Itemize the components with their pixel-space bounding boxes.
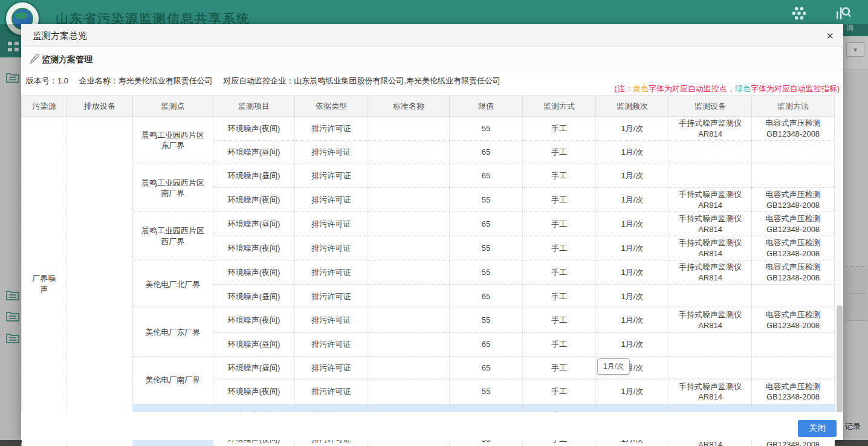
limit-cell[interactable]: 65 (450, 332, 523, 356)
standard-name-cell[interactable] (368, 380, 450, 404)
standard-name-cell[interactable] (368, 356, 450, 380)
limit-cell[interactable]: 65 (450, 356, 523, 380)
basis-type-cell[interactable]: 排污许可证 (295, 285, 368, 308)
monitor-item-cell[interactable]: 环境噪声(昼间) (213, 212, 295, 236)
monitor-item-cell[interactable]: 环境噪声(昼间) (213, 285, 295, 308)
frequency-cell[interactable]: 1月/次 (596, 285, 669, 308)
table-row[interactable]: 晨鸣工业园西片区南厂界环境噪声(昼间)排污许可证65手工1月/次 (22, 164, 835, 188)
device-cell[interactable] (669, 141, 752, 164)
monitor-item-cell[interactable]: 环境噪声(昼间) (213, 141, 295, 164)
pollution-source-cell[interactable]: 厂界噪声 (22, 117, 67, 446)
device-cell[interactable] (669, 164, 752, 188)
monitor-mode-cell[interactable]: 手工 (523, 141, 596, 164)
monitor-mode-cell[interactable]: 手工 (523, 308, 596, 332)
method-cell[interactable] (752, 356, 835, 380)
standard-name-cell[interactable] (368, 308, 450, 332)
monitoring-point-cell[interactable]: 晨鸣工业园西片区西厂界 (133, 212, 213, 260)
frequency-cell[interactable]: 1月/次 (596, 332, 669, 356)
monitor-item-cell[interactable]: 环境噪声(夜间) (213, 236, 295, 260)
monitor-item-cell[interactable]: 环境噪声(夜间) (213, 308, 295, 332)
basis-type-cell[interactable]: 排污许可证 (295, 332, 368, 356)
monitor-mode-cell[interactable]: 手工 (523, 380, 596, 404)
device-cell[interactable]: 手持式噪声监测仪AR814 (669, 212, 752, 236)
frequency-cell[interactable]: 1月/次 (596, 117, 669, 141)
frequency-cell[interactable]: 1月/次 (596, 260, 669, 285)
limit-cell[interactable]: 55 (450, 117, 523, 141)
method-cell[interactable]: 电容式声压检测GB12348-2008 (752, 308, 835, 332)
limit-cell[interactable]: 55 (450, 260, 523, 285)
frequency-cell[interactable]: 1月/次 (596, 164, 669, 188)
monitoring-point-cell[interactable]: 晨鸣工业园西片区南厂界 (133, 164, 213, 212)
limit-cell[interactable]: 65 (450, 164, 523, 188)
monitor-mode-cell[interactable]: 手工 (523, 188, 596, 212)
emission-device-cell[interactable] (67, 117, 133, 446)
basis-type-cell[interactable]: 排污许可证 (295, 212, 368, 236)
frequency-cell[interactable]: 1月/次 (596, 188, 669, 212)
basis-type-cell[interactable]: 排污许可证 (295, 380, 368, 404)
basis-type-cell[interactable]: 排污许可证 (295, 260, 368, 285)
table-row[interactable]: 美伦电厂东厂界环境噪声(夜间)排污许可证55手工1月/次手持式噪声监测仪AR81… (22, 308, 835, 332)
basis-type-cell[interactable]: 排污许可证 (295, 308, 368, 332)
device-cell[interactable]: 手持式噪声监测仪AR814 (669, 260, 752, 285)
monitoring-point-cell[interactable]: 美伦电厂北厂界 (133, 260, 213, 308)
table-row[interactable]: 厂界噪声晨鸣工业园西片区东厂界环境噪声(夜间)排污许可证55手工1月/次手持式噪… (22, 117, 835, 141)
limit-cell[interactable]: 65 (450, 285, 523, 308)
monitor-mode-cell[interactable]: 手工 (523, 164, 596, 188)
monitor-item-cell[interactable]: 环境噪声(昼间) (213, 332, 295, 356)
monitor-item-cell[interactable]: 环境噪声(昼间) (213, 164, 295, 188)
method-cell[interactable] (752, 164, 835, 188)
monitor-mode-cell[interactable]: 手工 (523, 332, 596, 356)
method-cell[interactable]: 电容式声压检测GB12348-2008 (752, 117, 835, 141)
monitor-item-cell[interactable]: 环境噪声(夜间) (213, 188, 295, 212)
table-row[interactable]: 晨鸣工业园西片区西厂界环境噪声(昼间)排污许可证65手工1月/次手持式噪声监测仪… (22, 212, 835, 236)
limit-cell[interactable]: 55 (450, 236, 523, 260)
monitor-item-cell[interactable]: 环境噪声(夜间) (213, 380, 295, 404)
standard-name-cell[interactable] (368, 164, 450, 188)
method-cell[interactable]: 电容式声压检测GB12348-2008 (752, 212, 835, 236)
monitor-mode-cell[interactable]: 手工 (523, 212, 596, 236)
device-cell[interactable]: 手持式噪声监测仪AR814 (669, 236, 752, 260)
frequency-cell[interactable]: 1月/次 (596, 212, 669, 236)
method-cell[interactable] (752, 285, 835, 308)
frequency-cell[interactable]: 1月/次 (596, 308, 669, 332)
limit-cell[interactable]: 55 (450, 380, 523, 404)
device-cell[interactable]: 手持式噪声监测仪AR814 (669, 117, 752, 141)
apps-grid-icon[interactable] (792, 6, 806, 21)
device-cell[interactable]: 手持式噪声监测仪AR814 (669, 308, 752, 332)
limit-cell[interactable]: 55 (450, 188, 523, 212)
scrollbar-thumb[interactable] (837, 305, 843, 416)
standard-name-cell[interactable] (368, 212, 450, 236)
monitor-mode-cell[interactable]: 手工 (523, 356, 596, 380)
monitor-mode-cell[interactable]: 手工 (523, 117, 596, 141)
device-cell[interactable] (669, 332, 752, 356)
device-cell[interactable]: 手持式噪声监测仪AR814 (669, 188, 752, 212)
limit-cell[interactable]: 55 (450, 308, 523, 332)
basis-type-cell[interactable]: 排污许可证 (295, 164, 368, 188)
standard-name-cell[interactable] (368, 332, 450, 356)
monitor-item-cell[interactable]: 环境噪声(夜间) (213, 260, 295, 285)
basis-type-cell[interactable]: 排污许可证 (295, 188, 368, 212)
table-row[interactable]: 美伦电厂北厂界环境噪声(夜间)排污许可证55手工1月/次手持式噪声监测仪AR81… (22, 260, 835, 285)
monitor-item-cell[interactable]: 环境噪声(昼间) (213, 356, 295, 380)
limit-cell[interactable]: 65 (450, 212, 523, 236)
standard-name-cell[interactable] (368, 236, 450, 260)
monitor-mode-cell[interactable]: 手工 (523, 260, 596, 285)
standard-name-cell[interactable] (368, 117, 450, 141)
method-cell[interactable]: 电容式声压检测GB12348-2008 (752, 188, 835, 212)
table-scrollbar[interactable] (836, 95, 843, 417)
standard-name-cell[interactable] (368, 260, 450, 285)
method-cell[interactable]: 电容式声压检测GB12348-2008 (752, 260, 835, 285)
frequency-cell[interactable]: 1月/次 (596, 380, 669, 404)
method-cell[interactable] (752, 141, 835, 164)
monitoring-point-cell[interactable]: 美伦电厂南厂界 (133, 356, 213, 404)
frequency-cell[interactable]: 1月/次 (596, 141, 669, 164)
close-icon[interactable]: × (826, 28, 834, 43)
table-row[interactable]: 美伦电厂南厂界环境噪声(昼间)排污许可证65手工1月/次 (22, 356, 835, 380)
monitor-mode-cell[interactable]: 手工 (523, 285, 596, 308)
monitor-mode-cell[interactable]: 手工 (523, 236, 596, 260)
monitoring-point-cell[interactable]: 晨鸣工业园西片区东厂界 (133, 117, 213, 164)
chart-search-icon[interactable] (835, 5, 851, 21)
device-cell[interactable]: 手持式噪声监测仪AR814 (669, 380, 752, 404)
device-cell[interactable] (669, 285, 752, 308)
close-button[interactable]: 关闭 (798, 420, 837, 437)
